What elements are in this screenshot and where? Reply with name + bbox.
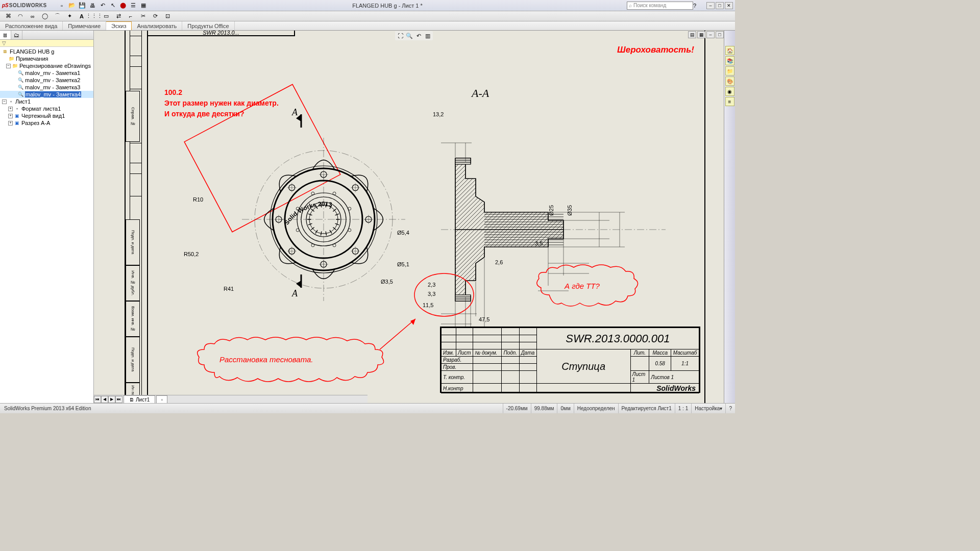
section-title: A-A [472, 87, 489, 100]
restore-button[interactable]: □ [716, 2, 724, 9]
offset-icon[interactable]: ⊡ [162, 12, 173, 20]
status-flag-icon[interactable]: ? [725, 404, 735, 413]
prev-view-icon[interactable]: ↶ [414, 32, 423, 40]
tree-filter[interactable]: ▽ [0, 40, 93, 47]
chain-icon[interactable]: ⌘ [3, 12, 13, 20]
status-z: 0мм [557, 404, 573, 413]
new-doc-icon[interactable]: ▫ [57, 2, 66, 10]
svg-point-32 [333, 192, 336, 195]
tab-office[interactable]: Продукты Office [182, 21, 234, 30]
sheet-first-icon[interactable]: ⏮ [94, 396, 101, 403]
status-under: Недоопределен [574, 404, 618, 413]
tree-note2[interactable]: 🔍malov_mv - Заметка2 [0, 77, 93, 84]
command-manager-tabs: Расположение вида Примечание Эскиз Анали… [0, 21, 735, 31]
top-swr-text: SWR 2013.0... [147, 31, 295, 36]
options-icon[interactable]: ☰ [129, 2, 138, 10]
tree-note3[interactable]: 🔍malov_mv - Заметка3 [0, 84, 93, 91]
tab-sketch[interactable]: Эскиз [106, 21, 132, 30]
red-highlight-dims [412, 270, 479, 321]
dim-d35-2: Ø3,5 [381, 279, 393, 285]
task-pane: 🏠 📚 📁 🎨 ◉ ≡ [724, 31, 735, 403]
add-sheet-icon[interactable]: ▫ [156, 395, 167, 403]
tree-format[interactable]: +▫Формат листа1 [0, 105, 93, 112]
taskpane-properties-icon[interactable]: ≡ [725, 97, 734, 106]
tree-sheet[interactable]: −▫Лист1 [0, 98, 93, 105]
taskpane-resources-icon[interactable]: 🏠 [725, 46, 734, 55]
spline-icon[interactable]: ✦ [64, 12, 75, 20]
tree-note4[interactable]: 🔍malov_mv - Заметка4 [0, 91, 93, 98]
status-bar: SolidWorks Premium 2013 x64 Edition -20.… [0, 403, 735, 413]
mirror-icon[interactable]: ⇄ [113, 12, 124, 20]
tab-view-layout[interactable]: Расположение вида [0, 21, 63, 30]
window-title: FLANGED HUB g - Лист 1 * [148, 3, 627, 9]
link-icon[interactable]: ∞ [28, 12, 38, 20]
sheet-tab-1[interactable]: 🗎Лист1 [124, 395, 155, 403]
dim-d51: Ø5,1 [397, 261, 409, 267]
tree-tab-feature-icon[interactable]: 🗏 [0, 31, 11, 39]
sheet-tab-bar: ⏮ ◀ ▶ ⏭ 🗎Лист1 ▫ [94, 395, 368, 403]
print-icon[interactable]: 🖶 [88, 2, 97, 10]
zoom-fit-icon[interactable]: ⛶ [396, 32, 404, 40]
status-custom[interactable]: Настройка ▾ [691, 404, 725, 413]
select-icon[interactable]: ↖ [108, 2, 117, 10]
arc-icon[interactable]: ◠ [15, 12, 26, 20]
command-search[interactable]: ⌕Поиск команд [627, 2, 693, 10]
grid-icon[interactable]: ⋮⋮⋮ [89, 12, 99, 20]
app-logo: pSSOLIDWORKS [2, 1, 51, 10]
status-x: -20.69мм [503, 404, 531, 413]
section-arrow-top-icon [291, 114, 306, 130]
circle-icon[interactable]: ◯ [40, 12, 50, 20]
tree-note1[interactable]: 🔍malov_mv - Заметка1 [0, 69, 93, 77]
zoom-area-icon[interactable]: 🔍 [405, 32, 413, 40]
trim-icon[interactable]: ✂ [138, 12, 148, 20]
svg-point-52 [296, 229, 299, 232]
rect-icon[interactable]: ▭ [101, 12, 111, 20]
tree-edrawings[interactable]: −📁Рецензирование eDrawings [0, 62, 93, 69]
gfx-max-button[interactable]: □ [716, 31, 724, 38]
graphics-area[interactable]: SWR 2013.0... Справ. № Подп. и дата Инв.… [94, 31, 735, 403]
undo-icon[interactable]: ↶ [98, 2, 107, 10]
open-icon[interactable]: 📂 [67, 2, 77, 10]
tree-tab-config-icon[interactable]: 🗂 [11, 31, 22, 39]
tree-annotations[interactable]: 📁Примечания [0, 55, 93, 62]
tab-evaluate[interactable]: Анализировать [132, 21, 182, 30]
tree-section[interactable]: +▣Разрез A-A [0, 119, 93, 127]
roughness-note: Шероховатость! [617, 45, 694, 55]
svg-point-36 [348, 207, 351, 210]
close-button[interactable]: ✕ [725, 2, 733, 9]
arc2-icon[interactable]: ⌒ [52, 12, 62, 20]
convert-icon[interactable]: ⟳ [150, 12, 160, 20]
tree-drawview[interactable]: +▣Чертежный вид1 [0, 112, 93, 119]
svg-marker-106 [296, 114, 301, 121]
taskpane-appearance-icon[interactable]: ◉ [725, 87, 734, 96]
taskpane-library-icon[interactable]: 📚 [725, 56, 734, 65]
section-view-icon[interactable]: ▥ [424, 32, 432, 40]
feature-tree-panel: 🗏 🗂 ▽ 🗎FLANGED HUB g 📁Примечания −📁Рецен… [0, 31, 94, 403]
gfx-split-icon[interactable]: ▤ [688, 31, 696, 38]
vstrip-ref: Справ. № [126, 91, 140, 142]
sheet-next-icon[interactable]: ▶ [108, 396, 115, 403]
svg-point-112 [414, 273, 474, 316]
taskpane-explorer-icon[interactable]: 📁 [725, 66, 734, 76]
minimize-button[interactable]: – [706, 2, 715, 9]
help-icon[interactable]: ? [693, 3, 704, 9]
heads-up-view-toolbar: ⛶ 🔍 ↶ ▥ [395, 31, 433, 40]
svg-text:Расстановка тесновата.: Расстановка тесновата. [219, 355, 313, 364]
gfx-split2-icon[interactable]: ▦ [697, 31, 705, 38]
titlebar: pSSOLIDWORKS ▫ 📂 💾 🖶 ↶ ↖ ⬤ ☰ ▦ FLANGED H… [0, 0, 735, 11]
gfx-min-button[interactable]: – [706, 31, 715, 38]
sheet-last-icon[interactable]: ⏭ [115, 396, 122, 403]
view-settings-icon[interactable]: ▦ [139, 2, 148, 10]
save-icon[interactable]: 💾 [78, 2, 87, 10]
fillet-icon[interactable]: ⌐ [126, 12, 136, 20]
dim-d54: Ø5,4 [397, 230, 409, 236]
tree-root[interactable]: 🗎FLANGED HUB g [0, 48, 93, 55]
sheet-prev-icon[interactable]: ◀ [101, 396, 108, 403]
vstrip-inv2: Взам. инв. № [126, 301, 140, 337]
tab-annotation[interactable]: Примечание [63, 21, 106, 30]
svg-marker-108 [296, 281, 301, 288]
taskpane-palette-icon[interactable]: 🎨 [725, 77, 734, 86]
svg-point-60 [311, 192, 314, 195]
status-scale[interactable]: 1 : 1 [675, 404, 691, 413]
rebuild-icon[interactable]: ⬤ [118, 2, 128, 10]
